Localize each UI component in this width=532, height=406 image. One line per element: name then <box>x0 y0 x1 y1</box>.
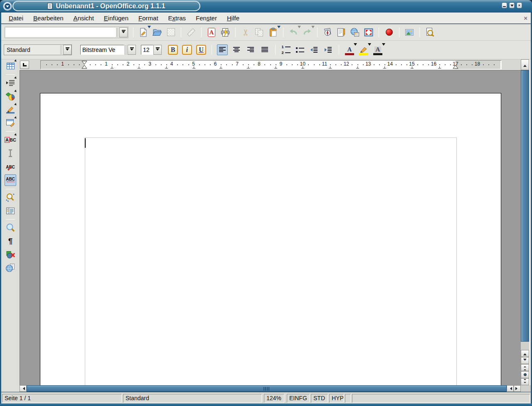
menu-item-bearbeiten[interactable]: Bearbeiten <box>30 13 67 23</box>
record-button[interactable] <box>384 27 394 38</box>
navigation-button[interactable] <box>521 371 529 378</box>
italic-button[interactable]: i <box>182 44 192 55</box>
save-button[interactable] <box>165 27 176 38</box>
status-zoom[interactable]: 124% <box>264 394 284 403</box>
font-color-button[interactable]: A <box>344 44 355 55</box>
increase-indent-button[interactable] <box>323 44 334 55</box>
toolbar-separator <box>201 27 202 37</box>
insert-button[interactable] <box>5 61 16 71</box>
new-document-button[interactable] <box>138 27 149 38</box>
scroll-left-button[interactable] <box>20 385 27 392</box>
edit-file-button[interactable] <box>186 27 197 38</box>
stylist-button[interactable] <box>336 27 347 38</box>
menu-item-fenster[interactable]: Fenster <box>192 13 220 23</box>
bold-button[interactable]: B <box>167 44 178 55</box>
online-layout-button[interactable] <box>5 262 16 273</box>
align-right-button[interactable] <box>245 44 256 55</box>
menu-item-einfuegen[interactable]: Einfügen <box>101 13 132 23</box>
menu-item-format[interactable]: Format <box>135 13 162 23</box>
page[interactable] <box>40 93 501 385</box>
font-size-input[interactable] <box>141 46 153 53</box>
insert-fields-button[interactable] <box>5 78 16 88</box>
hyperlink-button[interactable] <box>350 27 360 38</box>
cut-button[interactable]: ✂ <box>240 27 251 38</box>
draw-functions-button[interactable] <box>5 104 16 115</box>
horizontal-ruler[interactable]: 1123456789101112131415161718 <box>40 60 502 69</box>
close-button[interactable]: × <box>517 2 522 8</box>
main-toolbar-vertical: ABC ABC ✓ ABC ~~~~ <box>1 59 20 385</box>
url-input[interactable] <box>5 28 116 37</box>
print-button[interactable] <box>220 27 231 38</box>
status-selection-mode[interactable]: STD <box>311 394 328 403</box>
gallery-button[interactable] <box>404 27 415 38</box>
highlighting-button[interactable] <box>358 44 369 55</box>
vertical-scrollbar-thumb[interactable] <box>521 70 529 342</box>
document-view[interactable] <box>20 70 521 385</box>
char-background-button[interactable]: A <box>372 44 383 55</box>
scroll-left-button-2[interactable] <box>507 385 514 392</box>
scroll-up-button[interactable] <box>521 59 529 70</box>
menu-item-datei[interactable]: Datei <box>5 13 27 23</box>
zoom-button[interactable] <box>5 223 16 233</box>
zoom-page-button[interactable] <box>424 27 435 38</box>
export-pdf-button[interactable]: A <box>206 27 217 38</box>
undo-button[interactable] <box>288 27 299 38</box>
previous-page-button[interactable] <box>521 364 529 371</box>
titlebar-pill[interactable]: Unbenannt1 - OpenOffice.org 1.1.1 <box>12 1 200 11</box>
font-name-combo[interactable] <box>80 44 136 55</box>
decrease-indent-button[interactable] <box>309 44 320 55</box>
menu-item-hilfe[interactable]: Hilfe <box>224 13 243 23</box>
spellcheck-button[interactable]: ABC ✓ <box>5 161 16 172</box>
menu-item-extras[interactable]: Extras <box>165 13 190 23</box>
paragraph-style-combo[interactable]: Standard <box>4 44 72 55</box>
font-dropdown-button[interactable] <box>128 45 136 55</box>
data-sources-button[interactable] <box>5 205 16 216</box>
find-replace-button[interactable] <box>5 192 16 203</box>
justify-button[interactable] <box>259 44 270 55</box>
direct-cursor-button[interactable] <box>5 148 16 159</box>
graphics-on-off-button[interactable] <box>5 249 16 260</box>
style-dropdown-button[interactable] <box>63 45 71 55</box>
copy-button[interactable] <box>254 27 265 38</box>
underline-button[interactable]: U <box>196 44 207 55</box>
horizontal-scrollbar[interactable] <box>1 385 531 392</box>
size-dropdown-button[interactable] <box>153 45 162 55</box>
status-hyperlink-mode[interactable]: HYP <box>329 394 344 403</box>
nonprinting-characters-button[interactable]: ¶ <box>5 236 16 247</box>
scroll-down-button[interactable] <box>521 357 529 364</box>
numbering-button[interactable]: 1 2 <box>281 44 291 55</box>
status-insert-mode[interactable]: EINFG <box>287 394 310 403</box>
form-functions-button[interactable] <box>5 117 16 128</box>
url-dropdown-button[interactable] <box>119 27 128 37</box>
left-indent-marker[interactable] <box>81 61 87 69</box>
load-url-combo[interactable] <box>5 27 128 38</box>
titlebar[interactable]: Unbenannt1 - OpenOffice.org 1.1.1 × <box>0 0 532 12</box>
insert-object-button[interactable] <box>5 91 16 102</box>
close-document-icon[interactable]: × <box>524 15 527 22</box>
align-center-button[interactable] <box>231 44 242 55</box>
autotext-button[interactable]: ABC <box>5 135 16 145</box>
navigator-button[interactable] <box>322 27 333 38</box>
window-border-bottom[interactable] <box>0 404 532 406</box>
window-menu-button[interactable] <box>3 2 12 11</box>
auto-spellcheck-button[interactable]: ABC ~~~~ <box>5 174 16 186</box>
bullets-button[interactable] <box>295 44 305 55</box>
maximize-button[interactable] <box>509 2 515 8</box>
fullscreen-button[interactable] <box>363 27 374 38</box>
status-page-style[interactable]: Standard <box>123 394 262 403</box>
right-indent-marker[interactable] <box>453 61 458 69</box>
next-page-button[interactable] <box>521 378 529 385</box>
align-left-button[interactable] <box>217 44 228 55</box>
minimize-button[interactable] <box>502 2 507 8</box>
horizontal-scrollbar-thumb[interactable] <box>27 385 507 392</box>
menu-item-ansicht[interactable]: Ansicht <box>70 13 97 23</box>
vertical-scrollbar[interactable] <box>521 59 529 385</box>
redo-button[interactable] <box>302 27 313 38</box>
tab-type-button[interactable] <box>20 61 29 69</box>
font-name-input[interactable] <box>81 46 124 53</box>
open-button[interactable] <box>152 27 163 38</box>
scroll-right-button[interactable] <box>514 385 521 392</box>
paste-button[interactable] <box>268 27 278 38</box>
scroll-up-button-2[interactable] <box>521 350 529 357</box>
font-size-combo[interactable] <box>141 44 162 55</box>
